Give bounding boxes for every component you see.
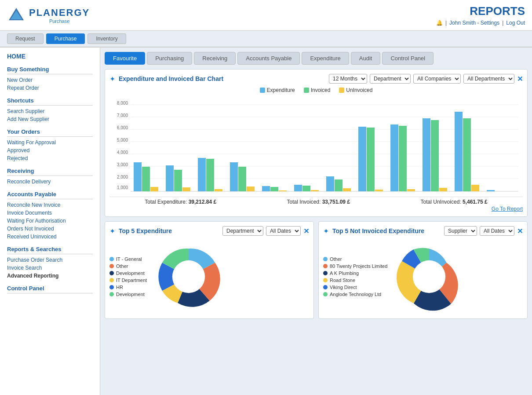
sidebar-section-receiving: Receiving	[7, 168, 93, 176]
svg-rect-34	[262, 186, 270, 191]
svg-rect-23	[174, 170, 182, 191]
nav-bar: Request Purchase Inventory	[0, 31, 532, 48]
svg-point-64	[172, 260, 205, 293]
svg-rect-44	[343, 188, 351, 191]
svg-point-65	[413, 260, 445, 293]
top5-exp-pie-svg	[151, 239, 226, 314]
nav-tab-purchase[interactable]: Purchase	[46, 33, 85, 44]
svg-rect-52	[407, 189, 415, 191]
nav-tab-inventory[interactable]: Inventory	[87, 33, 126, 44]
sidebar-link-waiting-approval[interactable]: Waiting For Approval	[7, 139, 93, 146]
svg-rect-60	[471, 185, 479, 191]
bar-chart-companies-select[interactable]: All Companies	[413, 74, 461, 84]
top5-exp-legend-it-dept: IT Department	[109, 278, 147, 283]
top5-exp-date-select[interactable]: All Dates	[266, 226, 301, 236]
logo-sub: Purchase	[29, 18, 90, 24]
bar-chart-controls: 12 Months 6 Months 3 Months Department S…	[329, 74, 523, 84]
bar-chart-months-select[interactable]: 12 Months 6 Months 3 Months	[329, 74, 367, 84]
logo-name: PLANERGY	[29, 7, 90, 18]
top5-exp-dept-select[interactable]: Department	[222, 226, 263, 236]
sidebar-link-rejected[interactable]: Rejected	[7, 154, 93, 162]
sidebar-link-search-supplier[interactable]: Search Supplier	[7, 107, 93, 115]
planergy-logo-icon	[7, 6, 26, 25]
top5-ni-legend-road-stone: Road Stone	[323, 278, 387, 283]
top5-exp-controls: Department All Dates ✕	[222, 226, 309, 236]
bell-icon[interactable]: 🔔	[436, 20, 443, 26]
sidebar-link-approved[interactable]: Approved	[7, 146, 93, 154]
svg-rect-30	[230, 162, 238, 191]
bar-chart-close-icon[interactable]: ✕	[517, 75, 523, 83]
total-expenditure: Total Expenditure: 39,212.84 £	[145, 199, 216, 205]
svg-text:6,000: 6,000	[117, 125, 128, 130]
top5-ni-expand-icon[interactable]: ✦	[323, 227, 329, 235]
sidebar-link-repeat-order[interactable]: Repeat Order	[7, 84, 93, 92]
logout-link[interactable]: Log Out	[506, 20, 525, 26]
top5-ni-legend-ak-plumbing: A K Plumbing	[323, 271, 387, 276]
user-settings-link[interactable]: John Smith - Settings	[449, 20, 499, 26]
tab-purchasing[interactable]: Purchasing	[147, 52, 192, 65]
tab-expenditure[interactable]: Expenditure	[302, 52, 349, 65]
svg-rect-28	[215, 189, 222, 191]
top5-exp-close-icon[interactable]: ✕	[303, 227, 309, 235]
total-uninvoiced: Total UnInvoiced: 5,461.75 £	[421, 199, 488, 205]
tab-favourite[interactable]: Favourite	[105, 52, 145, 65]
top5-ni-supplier-select[interactable]: Supplier	[444, 226, 477, 236]
sidebar-section-reports: Reports & Searches	[7, 246, 93, 254]
top5-exp-expand-icon[interactable]: ✦	[109, 227, 115, 235]
svg-text:7,000: 7,000	[117, 113, 128, 118]
svg-rect-35	[270, 187, 278, 191]
svg-rect-38	[294, 185, 302, 191]
go-to-report-link[interactable]: Go To Report	[109, 206, 523, 212]
tab-control-panel[interactable]: Control Panel	[382, 52, 434, 65]
bar-chart-department-select[interactable]: Department Supplier	[370, 74, 411, 84]
header-user-area: 🔔 | John Smith - Settings | Log Out	[436, 20, 525, 26]
bar-chart-svg-container: 8,000 7,000 6,000 5,000 4,000 3,000 2,00…	[109, 97, 523, 195]
sidebar-link-new-order[interactable]: New Order	[7, 76, 93, 84]
svg-rect-56	[439, 188, 447, 191]
sidebar-section-shortcuts: Shortcuts	[7, 97, 93, 106]
svg-rect-19	[142, 167, 150, 191]
top5-ni-header: ✦ Top 5 Not Invoiced Expenditure Supplie…	[323, 226, 523, 236]
top5-exp-legend-other: Other	[109, 263, 147, 269]
tab-receiving[interactable]: Receiving	[194, 52, 236, 65]
tab-audit[interactable]: Audit	[351, 52, 381, 65]
sidebar-link-invoice-search[interactable]: Invoice Search	[7, 264, 93, 272]
svg-rect-42	[326, 176, 334, 191]
svg-rect-24	[182, 187, 190, 191]
sidebar-link-waiting-authorisation[interactable]: Waiting For Authorisation	[7, 217, 93, 225]
nav-tab-request[interactable]: Request	[7, 33, 44, 44]
svg-rect-55	[431, 120, 439, 191]
logo-area: PLANERGY Purchase	[7, 6, 90, 25]
sidebar-link-invoice-documents[interactable]: Invoice Documents	[7, 209, 93, 217]
content-tab-bar: Favourite Purchasing Receiving Accounts …	[105, 52, 528, 65]
sidebar-link-orders-not-invoiced[interactable]: Orders Not Invoiced	[7, 225, 93, 233]
bar-chart-departments-select[interactable]: All Departments	[463, 74, 514, 84]
logo-text: PLANERGY Purchase	[29, 7, 90, 24]
bar-chart-legend: Expenditure Invoiced UnInvoiced	[109, 87, 523, 93]
svg-rect-36	[279, 190, 287, 191]
tab-accounts-payable[interactable]: Accounts Payable	[237, 52, 300, 65]
top5-exp-legend-hr: HR	[109, 285, 147, 290]
top5-ni-close-icon[interactable]: ✕	[517, 227, 523, 235]
top5-ni-legend-80twenty: 80 Twenty Projects Limited	[323, 263, 387, 269]
sidebar-link-reconcile-delivery[interactable]: Reconcile Delivery	[7, 178, 93, 186]
svg-rect-22	[166, 165, 174, 191]
svg-rect-27	[206, 159, 214, 191]
top5-ni-date-select[interactable]: All Dates	[480, 226, 514, 236]
sidebar-home[interactable]: HOME	[7, 53, 93, 60]
top5-ni-legend-viking: Viking Direct	[323, 285, 387, 290]
top5-exp-legend-development: Development	[109, 271, 147, 276]
sidebar-link-received-uninvoiced[interactable]: Received Uninvoiced	[7, 233, 93, 241]
top5-ni-title: Top 5 Not Invoiced Expenditure	[332, 227, 441, 234]
svg-rect-48	[375, 190, 383, 191]
content-area: Favourite Purchasing Receiving Accounts …	[100, 48, 532, 395]
bar-chart-svg: 8,000 7,000 6,000 5,000 4,000 3,000 2,00…	[109, 97, 523, 194]
reports-title: REPORTS	[470, 4, 525, 18]
svg-rect-58	[455, 112, 463, 191]
top5-ni-controls: Supplier All Dates ✕	[444, 226, 523, 236]
sidebar-link-purchase-order-search[interactable]: Purchase Order Search	[7, 256, 93, 264]
sidebar-link-add-new-supplier[interactable]: Add New Supplier	[7, 115, 93, 123]
bar-chart-expand-icon[interactable]: ✦	[109, 75, 115, 83]
sidebar-link-reconcile-invoice[interactable]: Reconcile New Invoice	[7, 201, 93, 209]
sidebar-link-advanced-reporting[interactable]: Advanced Reporting	[7, 272, 93, 280]
